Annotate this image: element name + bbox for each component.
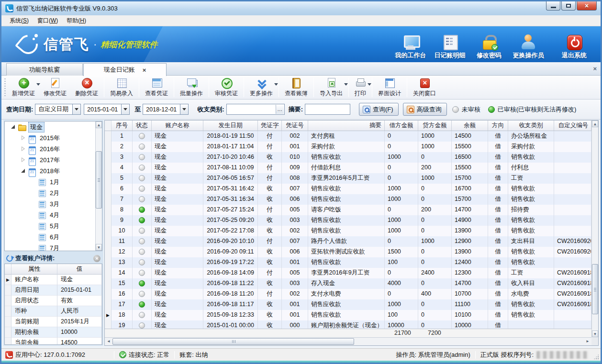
detail-close-icon[interactable]: × [93,255,100,262]
column-header-seq[interactable]: 序号 [111,121,133,131]
table-row[interactable]: 14现金2016-09-18 14:09付005李亚男2016年9月工资0240… [105,268,591,278]
operator-button[interactable]: 更换操作员 [509,34,548,60]
detail-row[interactable]: 启用状态有效 [5,296,102,306]
detail-row[interactable]: ▶账户名称现金 [5,275,102,285]
scroll-down-icon[interactable]: ▼ [592,331,598,337]
column-header-balance[interactable]: 余额 [452,121,488,131]
category-input[interactable]: … [226,104,285,115]
toolbar-button-edit[interactable]: 修改凭证 [39,76,71,99]
minimize-button[interactable] [546,1,560,11]
tree-item[interactable]: 2018年 [5,165,102,176]
toolbar-button-book[interactable]: 查看账簿 [280,76,312,99]
tree-expander-icon[interactable] [21,146,26,152]
toolbar-button-add[interactable]: 新增凭证 [8,76,39,99]
tab-close-icon[interactable]: × [143,66,146,74]
table-row[interactable]: 12现金2016-09-20 09:11收006亚拓软件测试应收款1500013… [105,247,591,257]
scroll-right-icon[interactable]: ► [584,338,591,345]
column-header-category[interactable]: 收支类别 [508,121,554,131]
column-header-summary[interactable]: 摘要 [308,121,385,131]
toolbar-button-design[interactable]: 界面设计 [374,76,405,99]
tree-expander-icon[interactable] [21,157,26,163]
table-row[interactable]: 4现金2017-08-11 10:09付009付借款利息020015500借付利… [105,163,591,173]
toolbar-grip[interactable] [3,78,7,96]
summary-input[interactable] [305,104,350,115]
date-to-dropdown-icon[interactable] [180,104,188,114]
toolbar-button-impexp[interactable]: 导入导出 [315,76,347,99]
menu-item-W[interactable]: 窗口(W) [33,15,62,26]
date-from-select[interactable]: 2015-01-01 [84,104,130,115]
column-header-date[interactable]: 发生日期 [203,121,258,131]
password-button[interactable]: 修改密码 [469,34,509,60]
advanced-search-button[interactable]: 高级查询 [403,103,447,116]
table-row[interactable]: 3现金2017-10-20 10:46收010销售应收款1000016500借销… [105,152,591,163]
tree-item[interactable]: 2016年 [5,143,102,154]
scroll-up-icon[interactable]: ▲ [592,121,598,127]
menu-item-S[interactable]: 系统(S) [5,15,33,26]
toolbar-button-print[interactable]: 打印 [350,76,370,99]
category-ellipsis-button[interactable]: … [276,105,284,114]
column-header-code[interactable]: 自定义编号 [554,121,591,131]
table-row[interactable]: 5现金2017-06-05 16:57付008李亚男2016年5月工资01000… [105,173,591,184]
column-header-debit[interactable]: 借方金额 [385,121,418,131]
column-header-credit[interactable]: 贷方金额 [418,121,452,131]
detail-row[interactable]: 当前余额14500 [5,338,102,345]
table-row[interactable]: ▶18现金2015-09-18 12:33收001销售应收款100010100借… [105,310,591,320]
toolbar-button-more[interactable]: 更多操作 [245,76,277,99]
dropdown-caret-icon[interactable] [368,83,371,86]
tree-item[interactable]: 7月 [5,243,102,251]
table-row[interactable]: 7现金2017-05-31 16:34收006销售应收款1000015700借销… [105,194,591,205]
table-row[interactable]: 16现金2016-09-18 11:20付002支付水电费040010700借水… [105,289,591,299]
date-mode-dropdown-icon[interactable] [72,104,80,114]
table-row[interactable]: 9现金2017-05-25 09:20收003销售应收款1000014900借销… [105,215,591,226]
table-row[interactable]: 8现金2017-05-27 15:24付005请客户吃饭020014700借招待… [105,205,591,215]
toolbar-button-closewin[interactable]: 关闭窗口 [409,76,440,99]
tree-expander-icon[interactable] [11,124,16,130]
scroll-left-icon[interactable]: ◄ [105,338,112,345]
column-header-account[interactable]: 账户名称 [152,121,203,131]
tree-item[interactable]: 4月 [5,210,102,221]
tree-item[interactable]: 5月 [5,221,102,232]
tree-item[interactable]: 2月 [5,188,102,199]
tabstrip-close-icon[interactable]: × [593,65,597,72]
tab-0[interactable]: 功能导航窗 [6,63,83,76]
menu-item-H[interactable]: 帮助(H) [62,15,90,26]
h-scrollbar[interactable]: ◄ ► [105,337,591,345]
date-mode-select[interactable]: 自定义日期 [35,104,81,115]
detail-row[interactable]: 当前账期2015年1月 [5,317,102,327]
exit-button[interactable]: 退出系统 [555,34,594,60]
toolbar-button-view[interactable]: 查看凭证 [141,76,172,99]
dropdown-caret-icon[interactable] [274,83,278,86]
table-row[interactable]: 10现金2017-05-22 17:08收002销售应收款1000013900借… [105,226,591,236]
table-row[interactable]: 15现金2016-09-18 11:22收003存入现金4000014700借收… [105,278,591,289]
column-header-word[interactable]: 凭证字 [258,121,282,131]
toolbar-button-batch[interactable]: 批量操作 [176,76,207,99]
refresh-icon[interactable] [5,254,14,263]
table-row[interactable]: 11现金2016-09-20 10:10付007路丹个人借款0100012900… [105,236,591,247]
maximize-button[interactable] [561,1,576,11]
tree-expander-icon[interactable] [21,168,26,174]
toolbar-button-audit[interactable]: 审核凭证 [211,76,242,99]
tree-item[interactable]: 2017年 [5,154,102,165]
table-row[interactable]: 13现金2016-09-19 17:22收001销售应收款100012400借销… [105,257,591,268]
table-row[interactable]: 2现金2018-01-17 11:04付001采购付款0100015500借采购… [105,142,591,152]
resize-grip[interactable] [593,354,599,360]
column-header-no[interactable]: 凭证号 [282,121,308,131]
tree-item[interactable]: 6月 [5,232,102,243]
table-row[interactable]: 6现金2017-05-31 16:42收007销售应收款1000016700借销… [105,184,591,194]
table-row[interactable]: 1现金2018-01-19 11:50付002支付房租0100014500借办公… [105,131,591,142]
column-header-dir[interactable]: 方向 [488,121,508,131]
toolbar-button-grid[interactable]: 简易录入 [106,76,137,99]
detail-row[interactable]: 启用日期2015-01-01 [5,285,102,296]
toolbar-button-delete[interactable]: 删除凭证 [71,76,102,99]
detail-row[interactable]: 币种人民币 [5,306,102,317]
tree-item[interactable]: 1月 [5,176,102,188]
workbench-button[interactable]: 我的工作台 [391,34,430,60]
dropdown-caret-icon[interactable] [344,83,348,86]
v-scrollbar[interactable]: ▲ ▼ [591,121,598,337]
date-to-select[interactable]: 2018-12-01 [143,104,189,115]
journal-button[interactable]: 日记账明细 [430,34,469,60]
detail-row[interactable]: 期初余额10000 [5,327,102,338]
tree-scrollbar[interactable]: ▲ ▼ [95,121,102,251]
tree-expander-icon[interactable] [21,135,26,141]
tree-item[interactable]: 3月 [5,199,102,210]
